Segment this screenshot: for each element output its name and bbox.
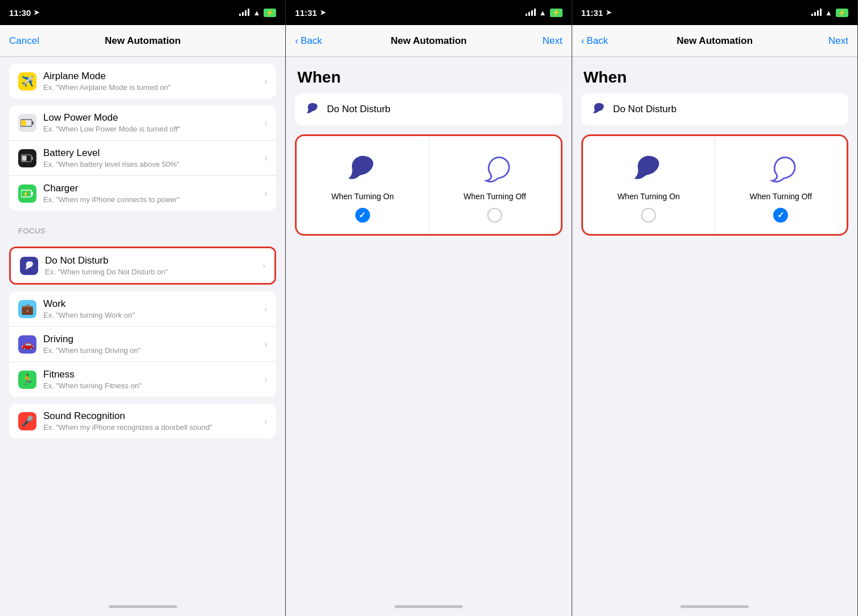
nav-title-3: New Automation: [677, 35, 753, 47]
airplane-subtitle: Ex. "When Airplane Mode is turned on": [43, 83, 264, 92]
lowpower-icon: [18, 114, 36, 132]
status-left-1: 11:30 ➤: [9, 8, 39, 18]
selection-area-3: When Turning On When Turning Off: [581, 134, 848, 236]
dnd-trigger-label-3: Do Not Disturb: [613, 104, 676, 115]
fitness-item[interactable]: 🏃 Fitness Ex. "When turning Fitness on" …: [9, 362, 276, 397]
work-item[interactable]: 💼 Work Ex. "When turning Work on" ›: [9, 291, 276, 327]
back-label-2: Back: [301, 35, 322, 47]
lowpower-item[interactable]: Low Power Mode Ex. "When Low Power Mode …: [9, 105, 276, 141]
svg-rect-4: [31, 157, 33, 160]
airplane-title: Airplane Mode: [43, 71, 264, 82]
battery-chevron: ›: [264, 153, 267, 163]
status-left-2: 11:31 ➤: [295, 8, 325, 18]
nav-bar-1: Cancel New Automation: [0, 25, 285, 57]
status-bar-2: 11:31 ➤ ▲ ⚡: [286, 0, 571, 25]
location-icon-3: ➤: [606, 9, 611, 17]
battery-level-icon: [18, 149, 36, 167]
location-icon-1: ➤: [34, 9, 39, 17]
turning-on-radio-2[interactable]: [355, 208, 370, 223]
battery-title: Battery Level: [43, 147, 264, 159]
focus-section-header: FOCUS: [0, 217, 285, 240]
home-indicator-3: [572, 597, 857, 616]
battery-section: Low Power Mode Ex. "When Low Power Mode …: [9, 105, 276, 211]
turning-on-card-3[interactable]: When Turning On: [583, 136, 715, 234]
home-indicator-2: [286, 597, 571, 616]
fitness-subtitle: Ex. "When turning Fitness on": [43, 381, 264, 390]
turning-off-radio-3[interactable]: [773, 208, 788, 223]
work-subtitle: Ex. "When turning Work on": [43, 311, 264, 319]
turning-on-moon-2: [347, 153, 379, 185]
lowpower-chevron: ›: [264, 118, 267, 128]
next-button-3[interactable]: Next: [828, 35, 848, 47]
content-2: When Do Not Disturb When Turning On: [286, 57, 571, 597]
next-button-2[interactable]: Next: [543, 35, 563, 47]
content-1: ✈️ Airplane Mode Ex. "When Airplane Mode…: [0, 57, 285, 597]
airplane-chevron: ›: [264, 76, 267, 87]
lowpower-subtitle: Ex. "When Low Power Mode is turned off": [43, 125, 264, 133]
lowpower-title: Low Power Mode: [43, 112, 264, 124]
other-focus-section: 💼 Work Ex. "When turning Work on" › 🚗 Dr…: [9, 291, 276, 397]
back-button-3[interactable]: ‹ Back: [581, 35, 608, 47]
turning-on-label-2: When Turning On: [331, 192, 394, 201]
dnd-title: Do Not Disturb: [45, 255, 262, 266]
wifi-icon-2: ▲: [539, 9, 547, 17]
turning-on-label-3: When Turning On: [617, 192, 680, 201]
svg-text:⚡: ⚡: [22, 190, 30, 198]
dnd-trigger-icon-2: [304, 101, 320, 117]
svg-rect-1: [32, 121, 34, 125]
sound-chevron: ›: [264, 416, 267, 426]
sound-item[interactable]: 🎤 Sound Recognition Ex. "When my iPhone …: [9, 404, 276, 438]
charger-item[interactable]: ⚡ Charger Ex. "When my iPhone connects t…: [9, 176, 276, 211]
airplane-section: ✈️ Airplane Mode Ex. "When Airplane Mode…: [9, 64, 276, 98]
work-title: Work: [43, 298, 264, 310]
nav-title-1: New Automation: [105, 35, 180, 47]
cancel-button[interactable]: Cancel: [9, 35, 39, 47]
airplane-item[interactable]: ✈️ Airplane Mode Ex. "When Airplane Mode…: [9, 64, 276, 98]
battery-icon-2: ⚡: [550, 9, 563, 17]
dnd-chevron: ›: [262, 261, 265, 271]
driving-chevron: ›: [264, 339, 267, 350]
nav-bar-2: ‹ Back New Automation Next: [286, 25, 571, 57]
turning-on-card-2[interactable]: When Turning On: [297, 136, 429, 234]
turning-off-card-2[interactable]: When Turning Off: [429, 136, 561, 234]
signal-2: [526, 9, 536, 16]
time-2: 11:31: [295, 8, 317, 18]
wifi-icon-1: ▲: [253, 9, 260, 17]
home-indicator-1: [0, 597, 285, 616]
driving-subtitle: Ex. "When turning Driving on": [43, 346, 264, 355]
work-icon: 💼: [18, 300, 36, 318]
dnd-item[interactable]: Do Not Disturb Ex. "When turning Do Not …: [11, 248, 274, 283]
content-3: When Do Not Disturb When Turning On: [572, 57, 857, 597]
turning-on-radio-3[interactable]: [641, 208, 656, 223]
charger-subtitle: Ex. "When my iPhone connects to power": [43, 195, 264, 204]
dnd-trigger-label-2: Do Not Disturb: [327, 104, 390, 115]
when-title-3: When: [572, 57, 857, 93]
panel-3: 11:31 ➤ ▲ ⚡ ‹ Back New Automation Next W…: [572, 0, 858, 616]
dnd-trigger-2: Do Not Disturb: [295, 93, 562, 125]
status-bar-1: 11:30 ➤ ▲ ⚡: [0, 0, 285, 25]
battery-subtitle: Ex. "When battery level rises above 50%": [43, 160, 264, 169]
svg-rect-5: [22, 155, 27, 161]
time-3: 11:31: [581, 8, 603, 18]
when-title-2: When: [286, 57, 571, 93]
airplane-icon: ✈️: [18, 72, 36, 91]
charger-chevron: ›: [264, 188, 267, 199]
turning-off-radio-2[interactable]: [487, 208, 502, 223]
turning-off-card-3[interactable]: When Turning Off: [715, 136, 847, 234]
charger-icon: ⚡: [18, 184, 36, 203]
driving-title: Driving: [43, 334, 264, 345]
sound-subtitle: Ex. "When my iPhone recognizes a doorbel…: [43, 423, 264, 432]
battery-item[interactable]: Battery Level Ex. "When battery level ri…: [9, 141, 276, 176]
turning-off-moon-3: [765, 153, 797, 185]
signal-1: [239, 9, 249, 16]
fitness-chevron: ›: [264, 375, 267, 385]
dnd-icon: [20, 257, 38, 275]
status-left-3: 11:31 ➤: [581, 8, 611, 18]
sound-section: 🎤 Sound Recognition Ex. "When my iPhone …: [9, 404, 276, 438]
status-bar-3: 11:31 ➤ ▲ ⚡: [572, 0, 857, 25]
turning-off-label-2: When Turning Off: [463, 192, 526, 201]
back-button-2[interactable]: ‹ Back: [295, 35, 322, 47]
svg-rect-7: [31, 192, 33, 195]
driving-item[interactable]: 🚗 Driving Ex. "When turning Driving on" …: [9, 327, 276, 362]
fitness-icon: 🏃: [18, 371, 36, 389]
